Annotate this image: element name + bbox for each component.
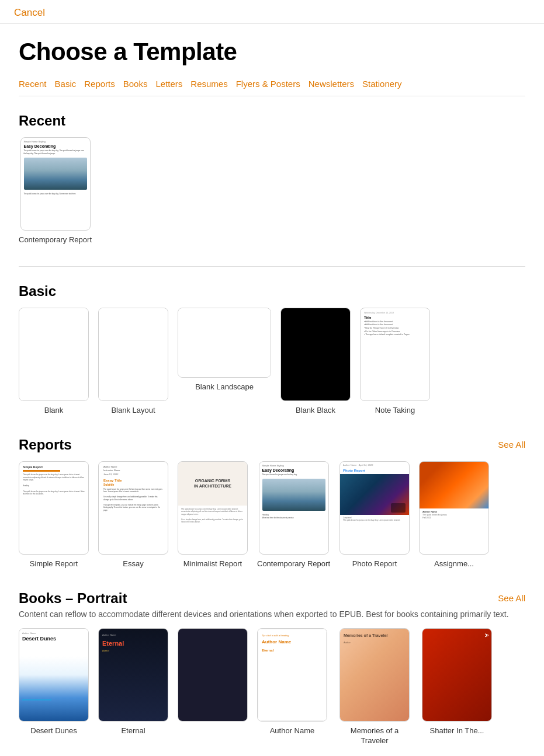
pr-body: Completed The quick brown fox jumps over… xyxy=(340,515,409,524)
tab-flyers[interactable]: Flyers & Posters xyxy=(236,76,309,91)
desert-preview: Author Name Desert Dunes xyxy=(19,629,88,721)
cancel-button[interactable]: Cancel xyxy=(14,7,45,19)
section-basic: Basic Blank Blank Layout xyxy=(19,283,525,416)
template-eternal[interactable]: Author Name Eternal Author Eternal xyxy=(98,628,168,746)
template-blank[interactable]: Blank xyxy=(19,308,89,416)
blank-preview xyxy=(19,308,88,400)
template-label-blank-layout: Blank Layout xyxy=(111,406,155,416)
template-contemporary-recent[interactable]: Simple Home Styling Easy Decorating The … xyxy=(19,137,92,245)
books-title: Books – Portrait xyxy=(19,590,127,607)
books-see-all[interactable]: See All xyxy=(498,593,525,603)
template-label-assignment: Assignme... xyxy=(434,559,474,569)
template-thumb-photo-report: Author Name · April 14, 2022 Photo Repor… xyxy=(339,461,410,555)
eternal-author: Author Name xyxy=(102,633,164,636)
tab-recent[interactable]: Recent xyxy=(19,76,55,91)
nav-tabs: Recent Basic Reports Books Letters Resum… xyxy=(19,76,525,96)
tab-resumes[interactable]: Resumes xyxy=(190,76,235,91)
doc-body2: The quick brown fox jumps over the lazy … xyxy=(259,472,328,478)
assign-name: Author Name xyxy=(422,510,486,514)
section-reports: Reports See All Simple Report The quick … xyxy=(19,437,525,569)
template-thumb-shatter-book: A xyxy=(422,628,492,722)
reports-title: Reports xyxy=(19,437,72,453)
essay-preview: Author NameInstructor NameJune 12, 2022 … xyxy=(99,462,168,554)
photo-report-preview: Author Name · April 14, 2022 Photo Repor… xyxy=(340,462,409,554)
template-thumb-dark-book xyxy=(178,628,248,722)
desert-accent xyxy=(22,699,51,701)
template-simple-report[interactable]: Simple Report The quick brown fox jumps … xyxy=(19,461,89,569)
divider-1 xyxy=(19,266,525,267)
template-thumb-essay: Author NameInstructor NameJune 12, 2022 … xyxy=(98,461,168,555)
an-tip: Tip: click to add a heading xyxy=(262,634,323,637)
template-memories-traveler[interactable]: Memories of a Traveler Author Memories o… xyxy=(337,628,413,746)
template-blank-layout[interactable]: Blank Layout xyxy=(98,308,168,416)
min-report-preview: ORGANIC FORMSIN ARCHITECTURE The quick b… xyxy=(178,462,247,554)
basic-header: Basic xyxy=(19,283,525,299)
blank-layout-preview xyxy=(99,308,168,400)
template-label-blank: Blank xyxy=(44,406,64,416)
template-note-taking[interactable]: Wednesday, December 13, 2019 Title • Add… xyxy=(360,308,430,416)
template-thumb-eternal: Author Name Eternal Author xyxy=(98,628,168,722)
template-label-desert-dunes: Desert Dunes xyxy=(30,726,77,736)
template-assignment[interactable]: Author Name The quick brown fox jumpsFal… xyxy=(419,461,489,569)
tab-reports[interactable]: Reports xyxy=(84,76,123,91)
note-title: Title xyxy=(364,316,426,319)
doc-main-title: Easy Decorating xyxy=(21,144,90,148)
template-label-blank-landscape: Blank Landscape xyxy=(195,382,254,392)
template-thumb-simple-report: Simple Report The quick brown fox jumps … xyxy=(19,461,89,555)
template-dark-book[interactable] xyxy=(178,628,248,746)
template-shatter-book[interactable]: A Shatter In The... xyxy=(422,628,492,746)
recent-templates: Simple Home Styling Easy Decorating The … xyxy=(19,137,525,245)
memories-title: Memories of a Traveler xyxy=(344,633,406,638)
template-author-name-book[interactable]: Tip: click to add a heading Author Name … xyxy=(257,628,327,746)
doc-header2: Simple Home Styling xyxy=(259,462,328,468)
template-label-minimalist-report: Minimalist Report xyxy=(183,559,242,569)
reports-see-all[interactable]: See All xyxy=(498,440,525,450)
note-preview: Wednesday, December 13, 2019 Title • Add… xyxy=(361,308,429,400)
pr-overlay xyxy=(391,503,406,513)
template-label-blank-black: Blank Black xyxy=(296,406,335,416)
template-label-author-name-book: Author Name xyxy=(270,726,315,736)
template-thumb-contemporary-report: Simple Home Styling Easy Decorating The … xyxy=(259,461,329,555)
template-label-note-taking: Note Taking xyxy=(375,406,415,416)
assign-preview: Author Name The quick brown fox jumpsFal… xyxy=(420,462,488,554)
contemporary-doc-preview2: Simple Home Styling Easy Decorating The … xyxy=(259,462,328,554)
eternal-preview: Author Name Eternal Author xyxy=(99,629,168,721)
page-title: Choose a Template xyxy=(19,38,525,66)
essay-names: Author NameInstructor NameJune 12, 2022 xyxy=(103,465,163,476)
basic-templates: Blank Blank Layout Blank Landscape Blank… xyxy=(19,308,525,416)
books-templates: Author Name Desert Dunes Desert Dunes Au… xyxy=(19,628,525,746)
note-date: Wednesday, December 13, 2019 xyxy=(364,312,426,314)
main-content: Choose a Template Recent Basic Reports B… xyxy=(0,24,544,756)
note-item-5: • The app has a default template created… xyxy=(364,333,426,337)
template-blank-black[interactable]: Blank Black xyxy=(280,308,351,416)
recent-header: Recent xyxy=(19,113,525,129)
books-subtitle: Content can reflow to accommodate differ… xyxy=(19,609,525,621)
template-label-contemporary-recent: Contemporary Report xyxy=(19,235,92,245)
template-minimalist-report[interactable]: ORGANIC FORMSIN ARCHITECTURE The quick b… xyxy=(178,461,248,569)
tab-letters[interactable]: Letters xyxy=(155,76,190,91)
tab-basic[interactable]: Basic xyxy=(55,76,85,91)
basic-title: Basic xyxy=(19,283,56,299)
tab-stationery[interactable]: Stationery xyxy=(362,76,410,91)
authorname-preview: Tip: click to add a heading Author Name … xyxy=(258,629,327,721)
doc-body-text2: The quick brown fox jumps over the lazy … xyxy=(21,191,90,197)
template-blank-landscape[interactable]: Blank Landscape xyxy=(178,308,271,416)
eternal-subtitle: Author xyxy=(102,649,164,652)
essay-body: The quick brown fox jumps over the lazy … xyxy=(103,488,163,512)
tab-books[interactable]: Books xyxy=(123,76,156,91)
template-photo-report[interactable]: Author Name · April 14, 2022 Photo Repor… xyxy=(339,461,410,569)
shatter-text: A xyxy=(484,633,489,637)
tab-newsletters[interactable]: Newsletters xyxy=(309,76,362,91)
template-thumb-author-name-book: Tip: click to add a heading Author Name … xyxy=(257,628,327,722)
template-contemporary-report[interactable]: Simple Home Styling Easy Decorating The … xyxy=(257,461,330,569)
template-thumb-desert-dunes: Author Name Desert Dunes xyxy=(19,628,89,722)
min-report-top: ORGANIC FORMSIN ARCHITECTURE xyxy=(178,462,247,506)
template-thumb-note-taking: Wednesday, December 13, 2019 Title • Add… xyxy=(360,308,430,401)
recent-title: Recent xyxy=(19,113,65,129)
doc-body-text: The quick brown fox jumps over the lazy … xyxy=(21,148,90,156)
assign-img xyxy=(420,462,488,508)
template-thumb-memories-traveler: Memories of a Traveler Author xyxy=(339,628,410,722)
top-bar: Cancel xyxy=(0,0,544,24)
template-essay[interactable]: Author NameInstructor NameJune 12, 2022 … xyxy=(98,461,168,569)
template-desert-dunes[interactable]: Author Name Desert Dunes Desert Dunes xyxy=(19,628,89,746)
